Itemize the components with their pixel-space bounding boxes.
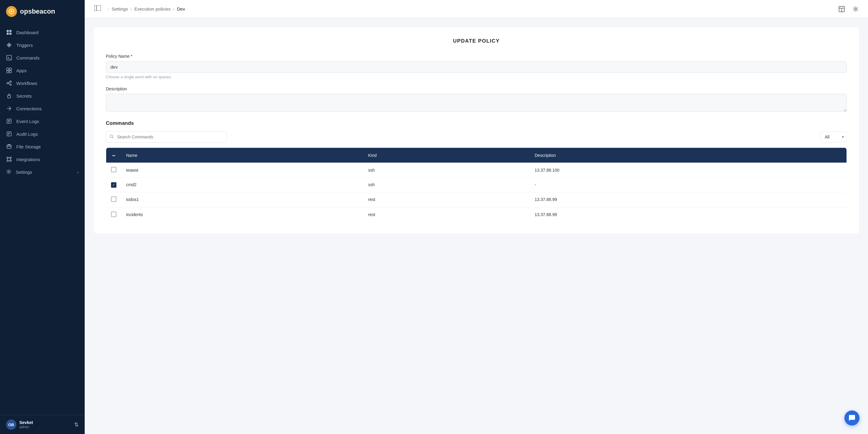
sidebar-item-label: Commands bbox=[16, 55, 40, 61]
commands-section: Commands All SSH REST ▾ bbox=[106, 120, 847, 223]
svg-rect-10 bbox=[7, 68, 9, 70]
sidebar-item-workflows[interactable]: Workflows bbox=[0, 77, 85, 90]
row-checkbox-cell[interactable] bbox=[106, 207, 122, 222]
toggle-sidebar-button[interactable] bbox=[92, 4, 103, 13]
event-logs-icon bbox=[6, 118, 12, 124]
sidebar-item-connections[interactable]: Connections bbox=[0, 102, 85, 115]
table-header-description: Description bbox=[530, 148, 847, 163]
commands-section-title: Commands bbox=[106, 120, 847, 126]
integrations-icon bbox=[6, 156, 12, 162]
checkbox-unchecked[interactable] bbox=[111, 196, 117, 202]
row-description: 13.37.88.100 bbox=[530, 163, 847, 178]
row-checkbox-cell[interactable] bbox=[106, 163, 122, 178]
topbar: › Settings › Execution policies › Dev bbox=[85, 0, 868, 18]
sidebar-footer: OB Sevket admin ⇅ bbox=[0, 415, 85, 434]
policy-name-group: Policy Name * Choose a single word with … bbox=[106, 54, 847, 79]
description-group: Description bbox=[106, 87, 847, 113]
apps-icon bbox=[6, 67, 12, 73]
row-checkbox-cell[interactable]: ✓ bbox=[106, 178, 122, 192]
filter-select-wrap: All SSH REST ▾ bbox=[820, 131, 847, 142]
svg-line-17 bbox=[8, 82, 10, 83]
settings-cog-button[interactable] bbox=[850, 4, 861, 14]
row-name: todos1 bbox=[121, 192, 363, 207]
sidebar-item-event-logs[interactable]: Event Logs bbox=[0, 115, 85, 128]
sidebar-item-integrations[interactable]: Integrations bbox=[0, 153, 85, 166]
sidebar-item-label: Event Logs bbox=[16, 119, 39, 124]
sidebar-item-label: File Storage bbox=[16, 144, 41, 149]
svg-rect-2 bbox=[7, 30, 9, 32]
sidebar-item-label: Audit Logs bbox=[16, 131, 38, 137]
commands-toolbar: All SSH REST ▾ bbox=[106, 131, 847, 143]
sidebar-item-label: Dashboard bbox=[16, 30, 38, 35]
search-wrap bbox=[106, 131, 227, 143]
sidebar-item-apps[interactable]: Apps bbox=[0, 64, 85, 77]
row-kind: rest bbox=[363, 207, 530, 222]
sidebar-item-settings[interactable]: Settings › bbox=[0, 166, 85, 179]
settings-label: Settings bbox=[16, 170, 32, 175]
checkbox-unchecked[interactable] bbox=[111, 167, 117, 172]
svg-rect-4 bbox=[7, 33, 9, 35]
svg-point-30 bbox=[10, 157, 11, 159]
sidebar-item-label: Integrations bbox=[16, 157, 40, 162]
svg-rect-12 bbox=[7, 71, 9, 73]
breadcrumb: › Settings › Execution policies › Dev bbox=[108, 6, 185, 11]
table-header-kind: Kind bbox=[363, 148, 530, 163]
secrets-icon bbox=[6, 93, 12, 99]
file-storage-icon bbox=[6, 143, 12, 149]
table-header-checkbox bbox=[106, 148, 122, 163]
svg-point-1 bbox=[10, 10, 12, 12]
row-checkbox-cell[interactable] bbox=[106, 192, 122, 207]
checkbox-unchecked[interactable] bbox=[111, 211, 117, 217]
svg-rect-3 bbox=[9, 30, 11, 32]
table-header-row: Name Kind Description bbox=[106, 148, 847, 163]
row-name: incidents bbox=[121, 207, 363, 222]
header-checkbox-indeterminate[interactable] bbox=[111, 153, 117, 158]
sidebar-item-dashboard[interactable]: Dashboard bbox=[0, 26, 85, 39]
svg-rect-5 bbox=[9, 33, 11, 35]
settings-icon bbox=[6, 169, 11, 175]
form-card: UPDATE POLICY Policy Name * Choose a sin… bbox=[94, 27, 859, 233]
page-content: UPDATE POLICY Policy Name * Choose a sin… bbox=[85, 18, 868, 434]
table-row: ✓cmd2ssh- bbox=[106, 178, 847, 192]
sidebar: opsbeacon Dashboard Triggers Commands bbox=[0, 0, 85, 434]
sidebar-item-label: Apps bbox=[16, 68, 27, 73]
svg-point-37 bbox=[8, 171, 10, 173]
topbar-actions bbox=[837, 4, 861, 14]
search-commands-input[interactable] bbox=[106, 131, 227, 143]
breadcrumb-current: Dev bbox=[177, 6, 185, 11]
chat-bubble-button[interactable] bbox=[844, 410, 860, 426]
policy-name-input[interactable] bbox=[106, 61, 847, 73]
search-icon bbox=[110, 134, 114, 140]
sidebar-item-commands[interactable]: Commands bbox=[0, 52, 85, 64]
sidebar-item-label: Connections bbox=[16, 106, 41, 111]
svg-rect-19 bbox=[7, 96, 10, 98]
sidebar-item-audit-logs[interactable]: Audit Logs bbox=[0, 128, 85, 140]
svg-point-31 bbox=[7, 160, 8, 162]
commands-table: Name Kind Description teawstssh13.37.88.… bbox=[106, 147, 847, 223]
description-input[interactable] bbox=[106, 94, 847, 112]
sidebar-item-secrets[interactable]: Secrets bbox=[0, 90, 85, 102]
breadcrumb-exec-policies[interactable]: Execution policies bbox=[134, 6, 170, 11]
policy-name-label: Policy Name * bbox=[106, 54, 847, 59]
filter-select[interactable]: All SSH REST bbox=[820, 131, 847, 142]
row-kind: ssh bbox=[363, 178, 530, 192]
connections-icon bbox=[6, 105, 12, 111]
logo[interactable]: opsbeacon bbox=[0, 0, 85, 23]
sidebar-item-file-storage[interactable]: File Storage bbox=[0, 140, 85, 153]
row-kind: rest bbox=[363, 192, 530, 207]
svg-rect-11 bbox=[9, 68, 11, 70]
svg-point-15 bbox=[10, 81, 11, 82]
panel-layout-button[interactable] bbox=[837, 4, 847, 14]
policy-name-hint: Choose a single word with no spaces. bbox=[106, 75, 847, 79]
table-row: teawstssh13.37.88.100 bbox=[106, 163, 847, 178]
checkbox-checked[interactable]: ✓ bbox=[111, 182, 117, 188]
row-name: cmd2 bbox=[121, 178, 363, 192]
svg-point-43 bbox=[855, 8, 857, 10]
breadcrumb-settings[interactable]: Settings bbox=[112, 6, 128, 11]
svg-line-18 bbox=[8, 84, 10, 84]
row-description: - bbox=[530, 178, 847, 192]
table-row: todos1rest13.37.88.99 bbox=[106, 192, 847, 207]
sidebar-item-triggers[interactable]: Triggers bbox=[0, 39, 85, 52]
form-title: UPDATE POLICY bbox=[106, 38, 847, 44]
user-menu-icon[interactable]: ⇅ bbox=[74, 421, 79, 428]
